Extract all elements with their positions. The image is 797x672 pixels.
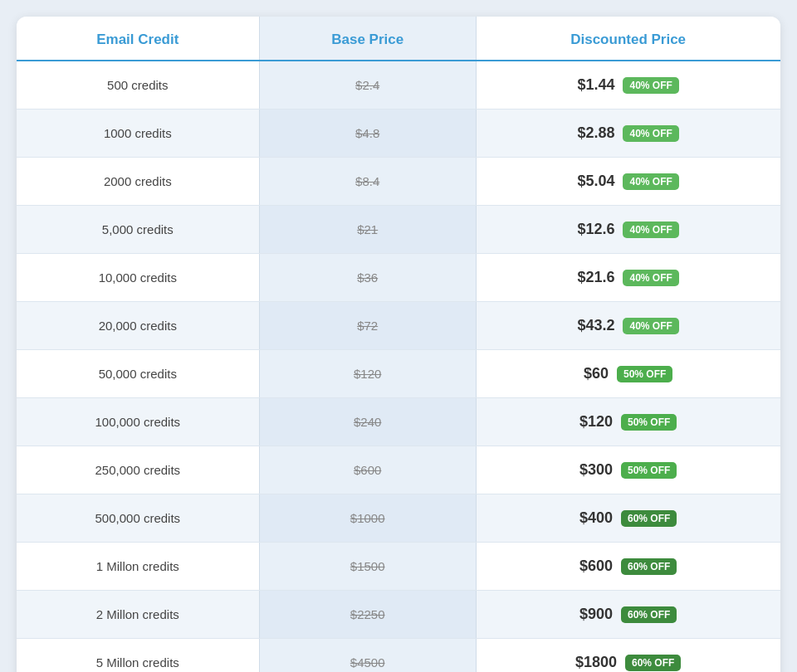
discounted-price-value: $600: [579, 558, 613, 575]
base-price-cell: $1500: [259, 543, 476, 591]
discounted-price-value: $43.2: [577, 317, 614, 334]
discount-badge: 40% OFF: [623, 222, 678, 238]
discount-badge: 40% OFF: [623, 173, 678, 190]
base-price-cell: $2.4: [259, 61, 476, 110]
discounted-price-cell: $30050% OFF: [476, 446, 780, 494]
table-row: 1 Millon credits$1500$60060% OFF: [17, 543, 780, 591]
discount-badge: 40% OFF: [623, 270, 678, 286]
credits-cell: 250,000 credits: [17, 446, 259, 494]
base-price-cell: $240: [259, 398, 476, 446]
discounted-price-value: $12.6: [577, 221, 614, 238]
credits-cell: 5 Millon credits: [17, 639, 259, 673]
table-row: 500 credits$2.4$1.4440% OFF: [17, 61, 780, 110]
discounted-price-cell: $40060% OFF: [476, 494, 780, 543]
discount-badge: 60% OFF: [621, 606, 677, 623]
discounted-price-value: $900: [579, 606, 613, 623]
credits-cell: 50,000 credits: [17, 350, 259, 398]
table-row: 50,000 credits$120$6050% OFF: [17, 350, 780, 398]
discount-badge: 40% OFF: [623, 125, 678, 142]
discounted-price-cell: $43.240% OFF: [476, 302, 780, 350]
table-row: 250,000 credits$600$30050% OFF: [17, 446, 780, 494]
discounted-price-cell: $6050% OFF: [476, 350, 780, 398]
discounted-price-cell: $60060% OFF: [476, 543, 780, 591]
base-price-cell: $4.8: [259, 110, 476, 158]
table-row: 500,000 credits$1000$40060% OFF: [17, 494, 780, 543]
credits-cell: 1000 credits: [17, 110, 259, 158]
base-price-cell: $21: [259, 206, 476, 254]
discount-badge: 50% OFF: [617, 366, 672, 382]
discounted-price-cell: $21.640% OFF: [476, 254, 780, 302]
header-discounted-price: Discounted Price: [476, 17, 780, 61]
discount-badge: 40% OFF: [623, 318, 678, 334]
table-row: 5,000 credits$21$12.640% OFF: [17, 206, 780, 254]
discounted-price-cell: $5.0440% OFF: [476, 158, 780, 206]
credits-cell: 5,000 credits: [17, 206, 259, 254]
table-row: 2000 credits$8.4$5.0440% OFF: [17, 158, 780, 206]
discounted-price-cell: $12.640% OFF: [476, 206, 780, 254]
base-price-cell: $120: [259, 350, 476, 398]
discounted-price-cell: $90060% OFF: [476, 591, 780, 639]
credits-cell: 100,000 credits: [17, 398, 259, 446]
discounted-price-cell: $12050% OFF: [476, 398, 780, 446]
table-row: 20,000 credits$72$43.240% OFF: [17, 302, 780, 350]
base-price-cell: $8.4: [259, 158, 476, 206]
discounted-price-value: $1800: [575, 654, 617, 671]
discount-badge: 60% OFF: [621, 510, 677, 527]
discounted-price-value: $400: [579, 509, 613, 527]
base-price-cell: $72: [259, 302, 476, 350]
header-email-credit: Email Credit: [17, 17, 259, 61]
base-price-cell: $2250: [259, 591, 476, 639]
pricing-table: Email Credit Base Price Discounted Price…: [17, 17, 780, 672]
credits-cell: 2000 credits: [17, 158, 259, 206]
credits-cell: 20,000 credits: [17, 302, 259, 350]
discounted-price-cell: $1.4440% OFF: [476, 61, 780, 110]
table-row: 100,000 credits$240$12050% OFF: [17, 398, 780, 446]
discounted-price-value: $120: [579, 413, 613, 431]
table-row: 10,000 credits$36$21.640% OFF: [17, 254, 780, 302]
discounted-price-value: $300: [579, 461, 613, 479]
discounted-price-value: $60: [584, 365, 609, 382]
discounted-price-value: $2.88: [577, 124, 614, 142]
base-price-cell: $1000: [259, 494, 476, 543]
base-price-cell: $4500: [259, 639, 476, 673]
base-price-cell: $36: [259, 254, 476, 302]
credits-cell: 1 Millon credits: [17, 543, 259, 591]
table-row: 5 Millon credits$4500$180060% OFF: [17, 639, 780, 673]
credits-cell: 500 credits: [17, 61, 259, 110]
discount-badge: 60% OFF: [625, 655, 681, 671]
discount-badge: 50% OFF: [621, 462, 677, 479]
table-header-row: Email Credit Base Price Discounted Price: [17, 17, 780, 61]
credits-cell: 500,000 credits: [17, 494, 259, 543]
discount-badge: 40% OFF: [623, 77, 678, 94]
credits-cell: 10,000 credits: [17, 254, 259, 302]
table-row: 1000 credits$4.8$2.8840% OFF: [17, 110, 780, 158]
discounted-price-value: $1.44: [577, 76, 614, 94]
header-base-price: Base Price: [259, 17, 476, 61]
discounted-price-value: $21.6: [577, 269, 614, 286]
discount-badge: 60% OFF: [621, 558, 677, 575]
credits-cell: 2 Millon credits: [17, 591, 259, 639]
discounted-price-value: $5.04: [577, 173, 614, 190]
discounted-price-cell: $180060% OFF: [476, 639, 780, 673]
discount-badge: 50% OFF: [621, 414, 677, 431]
base-price-cell: $600: [259, 446, 476, 494]
table-row: 2 Millon credits$2250$90060% OFF: [17, 591, 780, 639]
discounted-price-cell: $2.8840% OFF: [476, 110, 780, 158]
